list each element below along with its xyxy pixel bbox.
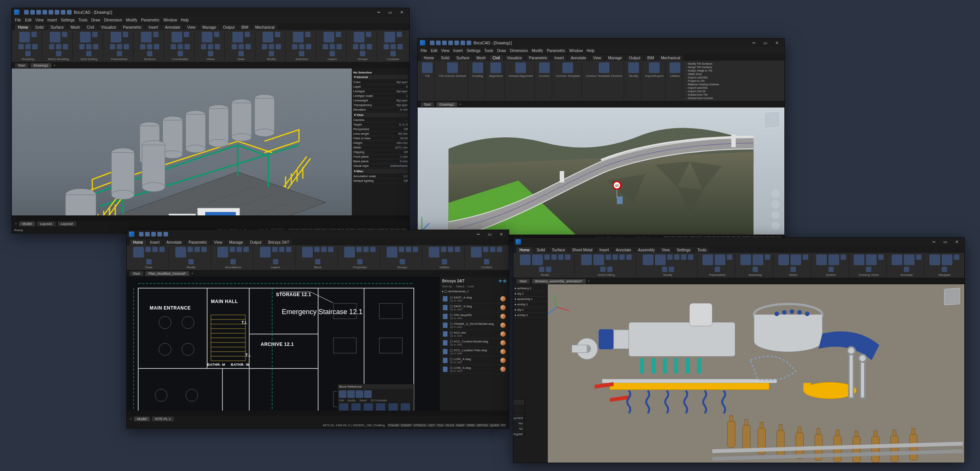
svg-point-105 bbox=[782, 310, 787, 315]
nav-tools[interactable] bbox=[771, 189, 780, 230]
svg-rect-69 bbox=[379, 303, 402, 319]
document-tabs[interactable]: Start Drawing1 + bbox=[418, 101, 784, 108]
svg-rect-112 bbox=[602, 379, 777, 383]
viewport-3d[interactable]: No Selection ▾ General ColorByLayerLayer… bbox=[12, 68, 409, 215]
window-modeling: BricsCAD - [Drawing1] ━▭✕ FileEditViewIn… bbox=[11, 8, 410, 233]
bricsys-247-panel[interactable]: Bricsys 24/7 ⟳ ⚙ Sort by:StatusLock ▸ ▢ … bbox=[440, 277, 509, 411]
block-reference-quad[interactable]: Block Reference EditModifySelect2D Const… bbox=[337, 384, 414, 411]
svg-rect-16 bbox=[209, 109, 229, 143]
titlebar[interactable]: BricsCAD - [Drawing1] ━▭✕ bbox=[12, 8, 409, 16]
ribbon[interactable]: ModelingDirect ModelingSolid EditingPara… bbox=[12, 30, 409, 62]
svg-point-107 bbox=[797, 310, 802, 315]
svg-point-11 bbox=[163, 151, 183, 158]
svg-rect-144 bbox=[893, 430, 896, 436]
svg-rect-97 bbox=[614, 330, 629, 349]
svg-rect-134 bbox=[798, 427, 801, 433]
ribbon[interactable]: ModelSolid EditingModifyParametrizeAssem… bbox=[513, 253, 964, 278]
label-archive: ARCHIVE 12.1 bbox=[261, 342, 294, 347]
assembly-scene bbox=[513, 284, 964, 463]
layout-tabs[interactable]: + Model Layout1 Layout2 bbox=[12, 221, 409, 227]
label-bathr-m: BATHR. M bbox=[207, 363, 225, 367]
svg-rect-31 bbox=[65, 195, 96, 215]
svg-rect-102 bbox=[689, 303, 712, 326]
window-drafting: ━▭✕ HomeInsertAnnotateParametricViewMana… bbox=[126, 230, 509, 429]
ribbon[interactable]: DrawModifyAnnotationsLayersBlockProperti… bbox=[127, 245, 509, 271]
svg-point-29 bbox=[142, 183, 165, 192]
svg-rect-111 bbox=[610, 383, 769, 390]
window-controls[interactable]: ━▭✕ bbox=[373, 9, 407, 16]
ribbon-tabs[interactable]: HomeSolidSurfaceSheet MetalInsertAnnotat… bbox=[513, 246, 964, 253]
command-line[interactable]: : bbox=[12, 215, 409, 221]
label-main-entrance: MAIN ENTRANCE bbox=[150, 305, 191, 311]
app-logo bbox=[420, 40, 425, 46]
svg-rect-47 bbox=[617, 196, 623, 204]
window-mechanical: ━▭✕ HomeSolidSurfaceSheet MetalInsertAnn… bbox=[513, 237, 965, 463]
svg-point-123 bbox=[848, 347, 855, 355]
viewport-3d[interactable]: 60 bbox=[418, 108, 784, 235]
svg-rect-128 bbox=[745, 419, 748, 425]
ribbon[interactable]: TINTIN Volume SurfaceGradingAlignmentVer… bbox=[418, 61, 784, 101]
viewport-2d[interactable]: X Y MAIN ENTRANCE MAIN HALL T.I. T.I. BA… bbox=[127, 277, 509, 411]
titlebar[interactable]: BricsCAD - [Drawing1] ━▭✕ bbox=[418, 39, 784, 47]
svg-rect-38 bbox=[205, 212, 236, 215]
svg-rect-130 bbox=[760, 422, 763, 429]
menubar[interactable]: FileEditViewInsertSettingsToolsDrawDimen… bbox=[418, 47, 784, 54]
titlebar[interactable]: ━▭✕ bbox=[513, 238, 964, 246]
document-tabs[interactable]: Start Drawing1 + bbox=[12, 62, 409, 68]
label-ti-1: T.I. bbox=[242, 321, 247, 325]
ribbon-tabs[interactable]: HomeSolidSurfaceMeshCivilVisualizeParame… bbox=[418, 54, 784, 61]
svg-point-106 bbox=[790, 309, 794, 314]
svg-marker-114 bbox=[610, 396, 629, 402]
svg-rect-10 bbox=[163, 120, 183, 155]
properties-panel[interactable]: No Selection ▾ General ColorByLayerLayer… bbox=[352, 68, 409, 215]
svg-rect-117 bbox=[663, 358, 667, 373]
document-tabs[interactable]: Start Plan_Modified_General* + bbox=[127, 271, 509, 277]
svg-rect-110 bbox=[804, 383, 811, 391]
ribbon-tabs[interactable]: HomeInsertAnnotateParametricViewManageOu… bbox=[127, 238, 509, 245]
svg-rect-25 bbox=[111, 153, 134, 195]
document-tabs[interactable]: Start Brewery_assembly_animation* + bbox=[513, 278, 964, 284]
svg-rect-127 bbox=[743, 425, 750, 451]
window-controls[interactable]: ━▭✕ bbox=[473, 231, 506, 238]
svg-rect-34 bbox=[169, 214, 196, 215]
viewcube[interactable] bbox=[764, 111, 780, 129]
svg-rect-132 bbox=[779, 425, 782, 431]
svg-rect-138 bbox=[836, 430, 839, 436]
command-line[interactable]: : bbox=[127, 411, 509, 416]
svg-point-104 bbox=[774, 311, 779, 316]
mech-properties[interactable]: Mechanical FileExtension typeInsert asEx… bbox=[513, 399, 525, 437]
svg-rect-136 bbox=[817, 429, 820, 435]
svg-point-62 bbox=[159, 343, 171, 355]
window-controls[interactable]: ━▭✕ bbox=[748, 39, 782, 46]
svg-rect-48 bbox=[731, 135, 736, 147]
svg-rect-140 bbox=[855, 431, 858, 437]
svg-point-26 bbox=[111, 190, 134, 199]
window-controls[interactable]: ━▭✕ bbox=[928, 238, 962, 245]
label-main-hall: MAIN HALL bbox=[211, 299, 238, 304]
svg-point-20 bbox=[232, 134, 252, 141]
app-logo bbox=[129, 231, 134, 237]
svg-rect-141 bbox=[872, 436, 879, 463]
svg-point-61 bbox=[182, 316, 194, 329]
svg-rect-146 bbox=[912, 429, 915, 435]
titlebar[interactable]: ━▭✕ bbox=[127, 230, 509, 238]
svg-line-93 bbox=[557, 307, 570, 311]
menubar[interactable]: FileEditViewInsertSettingsToolsDrawDimen… bbox=[12, 16, 409, 23]
layout-tabs[interactable]: + Model SITE-PL.1 bbox=[127, 416, 509, 422]
svg-rect-98 bbox=[598, 329, 614, 350]
svg-rect-96 bbox=[629, 322, 735, 356]
svg-rect-121 bbox=[849, 352, 854, 398]
label-storage: STORAGE 12.1 bbox=[276, 292, 311, 297]
svg-point-65 bbox=[186, 389, 198, 401]
svg-point-14 bbox=[186, 145, 206, 153]
svg-rect-22 bbox=[255, 98, 274, 133]
label-bathr-w: BATHR. W bbox=[231, 363, 249, 367]
svg-point-23 bbox=[255, 129, 274, 137]
svg-rect-142 bbox=[874, 431, 877, 437]
brewery-scene bbox=[23, 76, 337, 215]
svg-rect-126 bbox=[730, 416, 733, 422]
viewport-3d[interactable]: ▸ achinery:1▸ bly:1▸ assembly:1▸ embly:1… bbox=[513, 284, 964, 463]
ribbon-tabs[interactable]: HomeSolidSurfaceMeshCivilVisualizeParame… bbox=[12, 23, 409, 30]
statusbar[interactable]: 4873.16, 1394.04, 0 | 1MODEL_GM | Drafti… bbox=[127, 422, 509, 428]
viewcube[interactable] bbox=[944, 288, 960, 305]
